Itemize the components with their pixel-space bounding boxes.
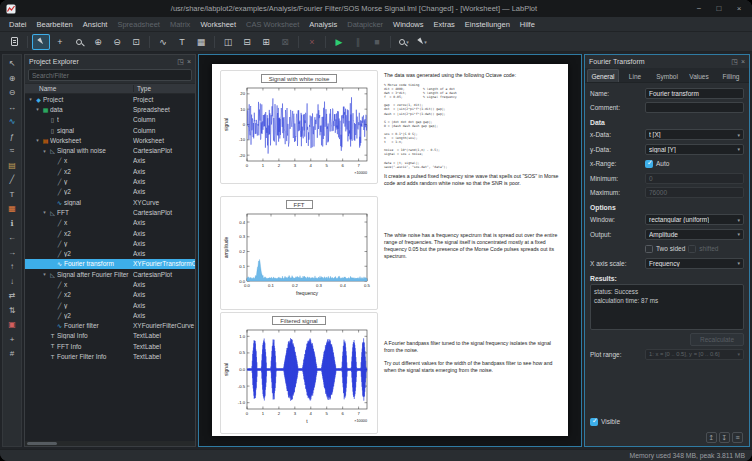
menu-datapicker[interactable]: Datapicker <box>342 20 388 29</box>
worksheet-text-data-info[interactable]: The data was generated using the followi… <box>384 72 562 187</box>
y-data-combobox[interactable]: signal [Y] <box>645 144 744 155</box>
tab-line[interactable]: Line <box>619 69 651 82</box>
tool-add-image[interactable]: ▦ <box>5 202 20 216</box>
copy-properties-icon[interactable]: ≡ <box>732 432 743 443</box>
load-template-icon[interactable]: ↥ <box>706 432 717 443</box>
menu-ansicht[interactable]: Ansicht <box>78 20 113 29</box>
tab-filling[interactable]: Filling <box>715 69 747 82</box>
maximize-button[interactable]: □ <box>712 0 726 17</box>
menu-spreadsheet[interactable]: Spreadsheet <box>112 20 165 29</box>
add-image-button[interactable]: ▦ <box>192 34 210 50</box>
plot-fft[interactable]: FFT 0.00.10.20.30.40.50.40.30.20.10.0amp… <box>220 196 378 310</box>
tool-select[interactable]: ↖ <box>5 57 20 71</box>
tool-shift-down[interactable]: ↓ <box>5 275 20 289</box>
stop-button[interactable]: ■ <box>368 34 386 50</box>
tab-general[interactable]: General <box>587 69 619 82</box>
tool-zoom-fit[interactable]: ↔ <box>5 101 20 115</box>
column-header-type[interactable]: Type <box>133 85 195 92</box>
tool-add-fit-curve[interactable]: ≈ <box>5 144 20 158</box>
worksheet-text-fft-info[interactable]: The white noise has a frequency spectrum… <box>384 232 562 260</box>
tree-row[interactable]: ∿Fourier transformXYFourierTransformCurv… <box>25 259 195 269</box>
name-input[interactable] <box>645 88 744 99</box>
maximum-input[interactable]: 76000 <box>645 187 744 198</box>
horizontal-layout-button[interactable]: ⊟ <box>238 34 256 50</box>
x-axis-scale-combobox[interactable]: Frequency <box>645 258 744 269</box>
tree-row[interactable]: TFFT InfoTextLabel <box>25 341 195 351</box>
plot-canvas[interactable]: 0123456720100-10-20signal×10000 <box>221 83 377 179</box>
pause-button[interactable]: ∥ <box>349 34 367 50</box>
tool-zoom-y[interactable]: ⇅ <box>5 304 20 318</box>
menu-einstellungen[interactable]: Einstellungen <box>460 20 515 29</box>
save-template-icon[interactable]: ↧ <box>719 432 730 443</box>
tool-grid[interactable]: # <box>5 347 20 361</box>
explorer-close-icon[interactable]: × <box>187 55 191 68</box>
dock-close-icon[interactable]: × <box>741 55 745 68</box>
tree-row[interactable]: TFourier Filter InfoTextLabel <box>25 351 195 361</box>
select-edit-mode-button[interactable] <box>32 34 50 50</box>
plot-canvas[interactable]: 012345671.00.50.0-0.5-1.0signalt×10000 <box>221 325 377 429</box>
tree-row[interactable]: ∿Fourier filterXYFourierFilterCurve <box>25 321 195 331</box>
tool-zoom-in[interactable]: ⊕ <box>5 72 20 86</box>
explorer-float-icon[interactable]: ◳ <box>177 55 184 68</box>
tool-add-legend[interactable]: ▤ <box>5 159 20 173</box>
menu-bearbeiten[interactable]: Bearbeiten <box>32 20 78 29</box>
plot-filtered-signal[interactable]: Filtered signal 012345671.00.50.0-0.5-1.… <box>220 312 378 434</box>
window-combobox[interactable]: rectangular (uniform) <box>645 214 744 225</box>
worksheet-page[interactable]: Signal with white noise 0123456720100-10… <box>212 64 568 436</box>
tool-add-info-element[interactable]: ℹ <box>5 217 20 231</box>
shifted-checkbox[interactable] <box>688 245 696 253</box>
auto-range-checkbox[interactable] <box>645 160 653 168</box>
plot-canvas[interactable]: 0.00.10.20.30.40.50.40.30.20.10.0amplitu… <box>221 209 377 305</box>
search-input[interactable] <box>32 72 188 79</box>
plot-title[interactable]: FFT <box>286 200 313 209</box>
minimum-input[interactable]: 0 <box>645 173 744 184</box>
menu-extras[interactable]: Extras <box>429 20 460 29</box>
zoom-out-button[interactable]: ⊖ <box>108 34 126 50</box>
tree-row[interactable]: ╱yAxis <box>25 176 195 186</box>
menu-analysis[interactable]: Analysis <box>304 20 342 29</box>
tool-auto-scale[interactable]: ▣ <box>5 318 20 332</box>
tool-shift-right[interactable]: → <box>5 246 20 260</box>
output-combobox[interactable]: Amplitude <box>645 229 744 240</box>
menu-cas-worksheet[interactable]: CAS Worksheet <box>241 20 304 29</box>
menu-worksheet[interactable]: Worksheet <box>195 20 241 29</box>
tree-row[interactable]: ▾◺Signal with noiseCartesianPlot <box>25 145 195 155</box>
tree-row[interactable]: ╱x2Axis <box>25 290 195 300</box>
tree-row[interactable]: ╱y2Axis <box>25 248 195 258</box>
tab-symbol[interactable]: Symbol <box>651 69 683 82</box>
tool-add-curve[interactable]: ∿ <box>5 115 20 129</box>
plot-signal-with-noise[interactable]: Signal with white noise 0123456720100-10… <box>220 70 378 184</box>
add-text-label-button[interactable]: T <box>173 34 191 50</box>
worksheet-view[interactable]: Signal with white noise 0123456720100-10… <box>198 54 582 447</box>
vertical-layout-button[interactable]: ◫ <box>219 34 237 50</box>
recalculate-button[interactable]: Recalculate <box>690 333 744 346</box>
tree-row[interactable]: ▯signalColumn <box>25 125 195 135</box>
tree-row[interactable]: ╱xAxis <box>25 218 195 228</box>
tree-row[interactable]: ∿signalXYCurve <box>25 197 195 207</box>
tree-row[interactable]: ▾▦dataSpreadsheet <box>25 104 195 114</box>
navigate-mode-button[interactable]: + <box>51 34 69 50</box>
tree-row[interactable]: ▾◺FFTCartesianPlot <box>25 207 195 217</box>
plot-range-combobox[interactable]: 1: x = [0 .. 0.5], y = [0 .. 0.6] <box>645 349 744 360</box>
tool-zoom-out[interactable]: ⊖ <box>5 86 20 100</box>
add-curve-button[interactable]: ∿ <box>154 34 172 50</box>
x-data-combobox[interactable]: t [X] <box>645 129 744 140</box>
tree-row[interactable]: ╱x2Axis <box>25 166 195 176</box>
menu-hilfe[interactable]: Hilfe <box>515 20 540 29</box>
scrollbar-thumb[interactable] <box>27 442 57 445</box>
close-button[interactable]: × <box>732 0 746 17</box>
comment-input[interactable] <box>645 102 744 113</box>
tab-values[interactable]: Values <box>683 69 715 82</box>
zoom-fit-button[interactable]: ⊡ <box>127 34 145 50</box>
tool-zoom-x[interactable]: ⇄ <box>5 289 20 303</box>
zoom-select-mode-button[interactable] <box>70 34 88 50</box>
plot-title[interactable]: Filtered signal <box>272 316 325 325</box>
tree-row[interactable]: ▯tColumn <box>25 115 195 125</box>
tool-shift-up[interactable]: ↑ <box>5 260 20 274</box>
tree-row[interactable]: ╱xAxis <box>25 156 195 166</box>
zoom-in-button[interactable]: ⊕ <box>89 34 107 50</box>
column-header-name[interactable]: Name <box>25 85 133 92</box>
menu-matrix[interactable]: Matrix <box>165 20 195 29</box>
plot-title[interactable]: Signal with white noise <box>261 74 338 83</box>
dock-float-icon[interactable]: ◳ <box>731 55 738 68</box>
